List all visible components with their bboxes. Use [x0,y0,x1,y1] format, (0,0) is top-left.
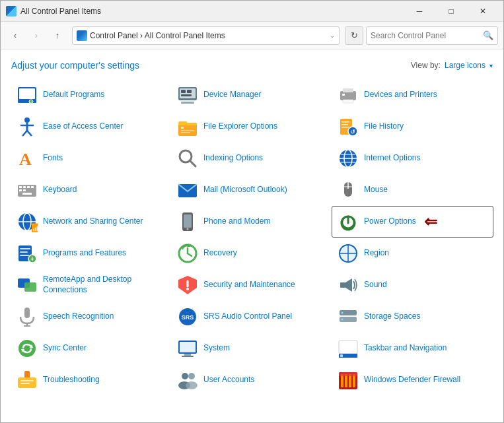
svg-point-85 [342,319,343,321]
file-history-icon: ↺ [338,116,359,137]
grid-item-default-programs[interactable]: ✓Default Programs [11,80,172,110]
svg-rect-40 [23,186,26,188]
svg-rect-62 [20,255,29,256]
grid-item-srs-audio[interactable]: SRSSRS Audio Control Panel [172,302,332,332]
search-box[interactable]: 🔍 [366,26,498,45]
grid-item-keyboard[interactable]: Keyboard [11,175,172,205]
address-chevron-icon: ⌄ [330,32,335,39]
grid-item-devices-and-printers[interactable]: Devices and Printers [332,80,493,110]
forward-button[interactable]: › [27,26,46,45]
view-by-control[interactable]: View by: Large icons ▾ [411,61,493,70]
back-button[interactable]: ‹ [6,26,24,45]
grid-item-network-sharing[interactable]: 📶Network and Sharing Center [11,207,172,237]
grid-item-phone-modem[interactable]: Phone and Modem [172,207,332,237]
grid-item-security-maintenance[interactable]: Security and Maintenance [172,270,332,300]
sound-icon [338,275,359,296]
system-icon [177,338,198,359]
svg-marker-76 [345,278,352,292]
grid-item-mouse[interactable]: Mouse [332,175,493,205]
window-title: All Control Panel Items [20,7,404,16]
svg-rect-44 [23,189,26,191]
svg-rect-91 [184,354,191,356]
grid-item-troubleshooting[interactable]: Troubleshooting [11,365,172,395]
grid-item-internet-options[interactable]: Internet Options [332,143,493,174]
app-icon [6,6,17,16]
grid-item-label-ease-of-access: Ease of Access Center [43,121,123,132]
view-by-chevron-icon: ▾ [489,62,493,69]
navigation-bar: ‹ › ↑ Control Panel › All Control Panel … [1,22,503,49]
svg-rect-93 [339,341,357,354]
grid-item-sound[interactable]: Sound [332,270,493,300]
view-by-value[interactable]: Large icons [445,61,486,70]
maximize-button[interactable]: □ [436,1,466,22]
grid-item-label-taskbar-navigation: Taskbar and Navigation [364,343,447,354]
svg-rect-26 [342,124,348,125]
grid-item-label-programs-features: Programs and Features [43,248,126,259]
svg-text:A: A [19,150,32,169]
svg-rect-98 [20,380,34,381]
svg-rect-55 [184,214,192,228]
grid-item-label-internet-options: Internet Options [364,153,420,164]
address-bar[interactable]: Control Panel › All Control Panel Items … [72,26,340,45]
grid-item-mail[interactable]: Mail (Microsoft Outlook) [172,175,332,205]
grid-item-remoteapp[interactable]: RemoteApp and Desktop Connections [11,270,172,300]
up-button[interactable]: ↑ [48,26,67,45]
svg-rect-92 [182,356,194,357]
svg-text:SRS: SRS [182,314,194,321]
mouse-icon [338,179,359,201]
minimize-button[interactable]: ─ [404,1,435,22]
grid-item-region[interactable]: Region [332,238,493,269]
grid-item-programs-features[interactable]: +Programs and Features [11,238,172,269]
grid-item-fonts[interactable]: AFonts [11,143,172,174]
power-arrow-icon: ⇐ [424,212,437,231]
fonts-icon: A [17,148,38,169]
svg-rect-41 [27,186,30,188]
grid-item-file-explorer-options[interactable]: File Explorer Options [172,112,332,142]
grid-item-sync-center[interactable]: Sync Center [11,333,172,364]
grid-item-file-history[interactable]: ↺File History [332,112,493,142]
grid-item-label-file-explorer-options: File Explorer Options [203,121,277,132]
grid-item-speech-recognition[interactable]: Speech Recognition [11,302,172,332]
svg-point-103 [186,381,198,389]
view-by-label: View by: [411,61,441,70]
svg-rect-7 [181,90,186,93]
grid-item-recovery[interactable]: Recovery [172,238,332,269]
svg-rect-75 [340,282,345,288]
svg-rect-9 [181,94,192,96]
refresh-button[interactable]: ↻ [345,26,363,45]
svg-point-101 [188,373,195,379]
grid-item-storage-spaces[interactable]: Storage Spaces [332,302,493,332]
svg-point-100 [182,373,188,379]
svg-point-15 [24,117,30,123]
users-icon [177,370,198,391]
svg-rect-14 [343,100,353,103]
grid-item-ease-of-access[interactable]: Ease of Access Center [11,112,172,142]
svg-point-56 [187,228,189,230]
file-explorer-icon [177,116,198,137]
grid-item-label-indexing-options: Indexing Options [203,153,263,164]
grid-item-label-remoteapp: RemoteApp and Desktop Connections [43,275,166,295]
grid-item-windows-defender[interactable]: Windows Defender Firewall [332,365,493,395]
grid-item-indexing-options[interactable]: Indexing Options [172,143,332,174]
grid-item-taskbar-navigation[interactable]: Taskbar and Navigation [332,333,493,364]
settings-header: Adjust your computer's settings View by:… [11,60,493,71]
svg-rect-2 [18,100,36,103]
grid-item-label-file-history: File History [364,121,404,132]
main-content: Adjust your computer's settings View by:… [1,49,503,423]
grid-item-user-accounts[interactable]: User Accounts [172,365,332,395]
search-input[interactable] [371,31,480,40]
troubleshoot-icon [17,370,38,391]
grid-item-label-network-sharing: Network and Sharing Center [43,216,143,227]
grid-item-system[interactable]: System [172,333,332,364]
grid-item-power-options[interactable]: Power Options⇐ [332,207,493,237]
page-title: Adjust your computer's settings [11,60,139,71]
svg-text:✓: ✓ [30,100,32,104]
region-icon [338,243,359,264]
svg-text:+: + [30,255,34,263]
svg-rect-45 [22,193,32,195]
close-button[interactable]: ✕ [468,1,498,22]
grid-item-label-recovery: Recovery [203,248,237,259]
taskbar-icon [338,338,359,359]
grid-item-device-manager[interactable]: Device Manager [172,80,332,110]
grid-item-label-user-accounts: User Accounts [203,375,254,385]
